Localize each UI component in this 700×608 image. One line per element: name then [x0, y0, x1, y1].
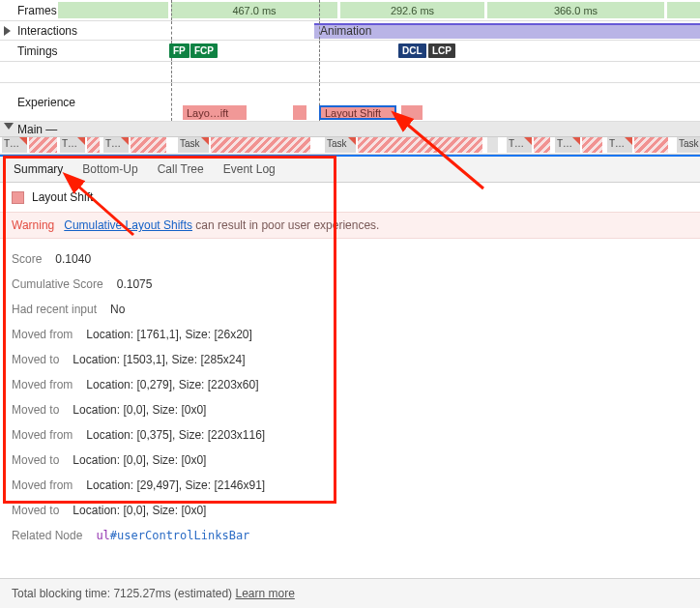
detail-val: Location: [1503,1], Size: [285x24] [73, 353, 245, 366]
frame-block[interactable] [58, 2, 169, 18]
tab-bottom-up[interactable]: Bottom-Up [82, 162, 137, 176]
detail-key: Moved from [12, 478, 73, 492]
footer-bar: Total blocking time: 7125.27ms (estimate… [0, 578, 700, 608]
detail-key: Moved to [12, 453, 59, 467]
detail-val: Location: [0,0], Size: [0x0] [73, 504, 206, 517]
task-block[interactable]: T… [103, 137, 129, 153]
detail-key: Had recent input [12, 303, 97, 316]
frame-block[interactable]: 292.6 ms [340, 2, 485, 18]
experience-timeline[interactable]: Layo…ift Layout Shift [169, 83, 700, 121]
frames-track-label: Frames [17, 4, 57, 17]
tab-summary[interactable]: Summary [14, 162, 63, 176]
detail-key: Related Node [12, 529, 82, 542]
warning-bar: Warning Cumulative Layout Shifts can res… [0, 212, 700, 239]
detail-key: Moved to [12, 504, 59, 517]
blocking-time-text: Total blocking time: 7125.27ms (estimate… [12, 587, 235, 600]
layout-shift-block[interactable] [293, 105, 306, 120]
detail-val: 0.1040 [55, 252, 91, 266]
related-node-link[interactable]: ul#userControlLinksBar [96, 529, 249, 542]
frame-block[interactable]: 366.0 ms [487, 2, 665, 18]
summary-item-label: Layout Shift [32, 190, 93, 204]
tab-call-tree[interactable]: Call Tree [158, 162, 204, 176]
task-block[interactable]: Task [325, 137, 356, 153]
frame-block[interactable]: 467.0 ms [171, 2, 338, 18]
frames-timeline[interactable]: 467.0 ms 292.6 ms 366.0 ms 328.4 [169, 0, 700, 20]
animation-label: Animation [320, 24, 371, 38]
frame-block[interactable]: 328.4 [667, 2, 700, 18]
detail-val: 0.1075 [117, 277, 153, 291]
detail-val: Location: [0,279], Size: [2203x60] [86, 378, 258, 391]
interactions-timeline[interactable]: Animation [169, 21, 700, 40]
task-block[interactable]: T… [507, 137, 532, 153]
detail-key: Cumulative Score [12, 277, 103, 291]
layout-shift-color-chip [12, 191, 24, 204]
summary-details: Score0.1040 Cumulative Score0.1075 Had r… [0, 239, 700, 560]
tabs-row: Summary Bottom-Up Call Tree Event Log [0, 157, 700, 183]
detail-val: Location: [0,0], Size: [0x0] [73, 453, 206, 467]
detail-key: Moved from [12, 428, 73, 442]
detail-val: Location: [0,0], Size: [0x0] [73, 403, 206, 417]
fcp-badge[interactable]: FCP [190, 43, 218, 58]
detail-key: Moved from [12, 328, 73, 341]
fp-badge[interactable]: FP [169, 43, 190, 58]
dcl-badge[interactable]: DCL [398, 43, 426, 58]
task-block[interactable]: T… [2, 137, 27, 153]
detail-val: Location: [0,375], Size: [2203x116] [86, 428, 265, 442]
cls-link[interactable]: Cumulative Layout Shifts [64, 218, 192, 232]
warning-text: can result in poor user experiences. [195, 218, 379, 232]
warning-prefix: Warning [12, 218, 54, 232]
detail-val: Location: [29,497], Size: [2146x91] [86, 478, 265, 492]
layout-shift-block-selected[interactable]: Layout Shift [319, 105, 396, 120]
detail-key: Moved from [12, 378, 73, 391]
chevron-right-icon[interactable] [4, 26, 11, 36]
task-block[interactable]: Task [677, 137, 700, 153]
task-block[interactable]: T… [555, 137, 580, 153]
detail-key: Score [12, 252, 42, 266]
task-block[interactable]: T… [607, 137, 632, 153]
layout-shift-block[interactable] [401, 105, 423, 120]
learn-more-link[interactable]: Learn more [235, 587, 294, 600]
detail-val: No [110, 303, 125, 316]
task-block[interactable]: T… [60, 137, 85, 153]
detail-val: Location: [1761,1], Size: [26x20] [86, 328, 251, 341]
animation-bar[interactable] [314, 23, 700, 39]
timings-timeline[interactable]: FP FCP DCL LCP [169, 41, 700, 61]
detail-key: Moved to [12, 353, 59, 366]
layout-shift-block[interactable]: Layo…ift [183, 105, 247, 120]
tab-event-log[interactable]: Event Log [223, 162, 276, 176]
timings-track-label: Timings [17, 44, 58, 58]
detail-key: Moved to [12, 403, 59, 417]
chevron-down-icon[interactable] [4, 123, 14, 130]
main-timeline[interactable]: T… T… T… Task Task T… T… T… Task [0, 137, 700, 155]
interactions-track-label: Interactions [17, 24, 77, 38]
experience-track-label: Experience [17, 96, 75, 109]
main-track-label: Main [17, 123, 43, 136]
task-block[interactable]: Task [178, 137, 209, 153]
lcp-badge[interactable]: LCP [428, 43, 455, 58]
